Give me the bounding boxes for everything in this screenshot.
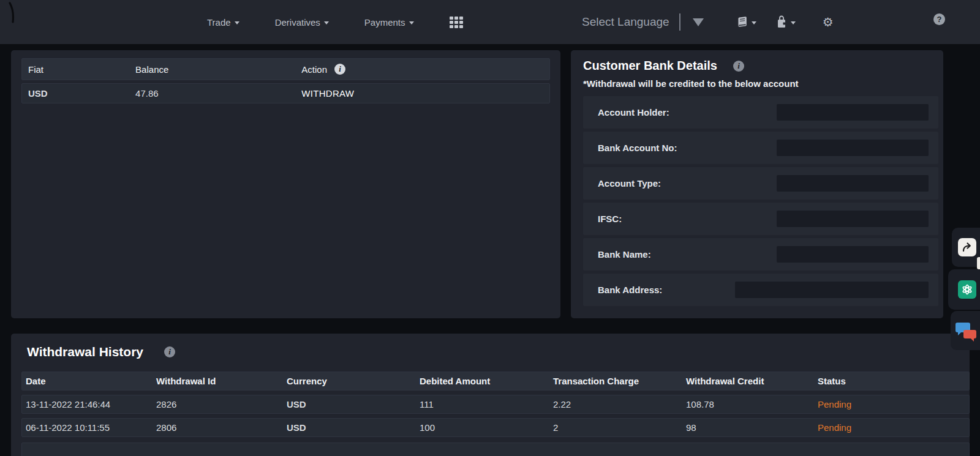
bank-field-value-box — [777, 175, 929, 192]
bank-field-account-type: Account Type: — [583, 167, 938, 200]
bank-field-ifsc: IFSC: — [583, 203, 938, 235]
gear-icon[interactable]: ⚙ — [823, 16, 834, 28]
bank-details-fields: Account Holder: Bank Account No: Account… — [583, 96, 938, 306]
nav-payments-label: Payments — [364, 17, 405, 28]
chat-extension-tab[interactable] — [951, 311, 980, 350]
topbar-right-group: Select Language ⚙ — [582, 0, 834, 44]
cell-date: 13-11-2022 21:46:44 — [22, 399, 156, 409]
bank-details-info-icon[interactable] — [733, 61, 744, 72]
bank-field-label: Bank Account No: — [598, 143, 677, 153]
edge-sliver-tab[interactable] — [977, 257, 980, 269]
withdrawal-history-title: Withdrawal History — [27, 345, 143, 359]
book-icon — [736, 15, 749, 29]
main-nav: Trade Derivatives Payments — [207, 0, 463, 44]
fiat-table-header: Fiat Balance Action — [21, 58, 550, 80]
nav-derivatives-label: Derivatives — [275, 17, 320, 28]
wallet-lock-icon — [775, 15, 788, 29]
withdraw-button[interactable]: WITHDRAW — [301, 88, 354, 99]
logo-mark — [7, 2, 21, 26]
fiat-header-action: Action — [301, 64, 327, 75]
share-icon — [958, 238, 976, 256]
bank-field-value-box — [777, 140, 929, 156]
bank-field-value-box — [777, 211, 929, 227]
caret-down-icon — [324, 21, 329, 24]
cell-currency: USD — [287, 422, 420, 433]
bank-field-bank-address: Bank Address: — [583, 274, 938, 306]
col-debited-amount: Debited Amount — [420, 376, 553, 386]
help-icon[interactable] — [933, 13, 945, 25]
bank-field-label: Account Type: — [598, 178, 661, 189]
col-currency: Currency — [287, 376, 420, 386]
fiat-header-fiat: Fiat — [22, 64, 135, 75]
top-navigation-bar: Trade Derivatives Payments Select Langua… — [0, 0, 980, 44]
bank-field-label: Bank Address: — [598, 285, 662, 295]
bank-field-value-box — [777, 104, 929, 121]
bank-details-subtitle: *Withdrawal will be credited to the belo… — [583, 78, 938, 89]
col-withdrawal-credit: Withdrawal Credit — [686, 376, 818, 386]
col-date: Date — [22, 376, 156, 386]
cell-currency: USD — [287, 399, 420, 409]
fiat-balance-value: 47.86 — [135, 88, 301, 99]
nav-item-derivatives[interactable]: Derivatives — [275, 17, 329, 28]
withdrawal-row: 06-11-2022 10:11:55 2806 USD 100 2 98 Pe… — [21, 418, 970, 437]
apps-grid-icon[interactable] — [450, 17, 463, 28]
wallet-security-menu[interactable] — [775, 15, 796, 29]
col-withdrawal-id: Withdrawal Id — [156, 376, 287, 386]
cell-withdrawal-id: 2806 — [156, 422, 287, 433]
nav-trade-label: Trade — [207, 17, 231, 28]
bank-details-title: Customer Bank Details — [583, 59, 717, 73]
chatgpt-icon — [958, 280, 976, 299]
cell-withdrawal-id: 2826 — [156, 399, 287, 409]
cell-transaction-charge: 2 — [553, 422, 686, 433]
bank-field-value-box — [735, 282, 929, 298]
language-selector[interactable]: Select Language — [582, 15, 669, 29]
orders-book-menu[interactable] — [736, 15, 756, 29]
col-transaction-charge: Transaction Charge — [553, 376, 686, 386]
fiat-balance-panel: Fiat Balance Action USD 47.86 WITHDRAW — [11, 50, 560, 318]
fiat-header-balance: Balance — [135, 64, 301, 75]
cell-withdrawal-credit: 108.78 — [686, 399, 818, 409]
fiat-table-row: USD 47.86 WITHDRAW — [21, 83, 550, 103]
nav-item-trade[interactable]: Trade — [207, 17, 239, 28]
bank-field-value-box — [777, 246, 929, 263]
customer-bank-details-panel: Customer Bank Details *Withdrawal will b… — [571, 50, 943, 318]
withdrawal-history-info-icon[interactable] — [164, 346, 175, 357]
cell-debited-amount: 100 — [420, 422, 553, 433]
fiat-currency: USD — [22, 88, 135, 99]
caret-down-icon — [752, 21, 756, 24]
caret-down-icon — [235, 21, 239, 24]
bank-field-bank-name: Bank Name: — [583, 238, 938, 271]
withdrawal-history-table: Date Withdrawal Id Currency Debited Amou… — [21, 372, 970, 456]
withdrawal-history-panel: Withdrawal History Date Withdrawal Id Cu… — [11, 334, 970, 456]
withdrawal-table-header: Date Withdrawal Id Currency Debited Amou… — [21, 372, 970, 391]
chatgpt-extension-tab[interactable] — [948, 269, 980, 310]
nav-item-payments[interactable]: Payments — [364, 17, 414, 28]
cell-withdrawal-credit: 98 — [686, 422, 818, 433]
withdrawal-row-partial — [21, 443, 970, 456]
cell-transaction-charge: 2.22 — [553, 399, 686, 409]
bank-field-account-holder: Account Holder: — [583, 96, 938, 129]
chat-bubbles-icon — [956, 321, 976, 340]
divider — [679, 13, 680, 31]
col-status: Status — [818, 376, 969, 386]
cell-date: 06-11-2022 10:11:55 — [22, 422, 156, 433]
status-badge: Pending — [818, 399, 969, 409]
share-extension-tab[interactable] — [952, 228, 980, 267]
withdrawal-row: 13-11-2022 21:46:44 2826 USD 111 2.22 10… — [21, 395, 970, 414]
caret-down-icon — [409, 21, 414, 24]
fiat-table: Fiat Balance Action USD 47.86 WITHDRAW — [21, 58, 550, 103]
caret-down-icon — [791, 21, 796, 24]
bank-field-label: IFSC: — [598, 214, 622, 224]
action-info-icon[interactable] — [334, 64, 345, 75]
cell-debited-amount: 111 — [420, 399, 553, 409]
bank-field-label: Bank Name: — [598, 249, 651, 260]
status-badge: Pending — [818, 422, 969, 433]
language-dropdown-triangle-icon[interactable] — [693, 18, 704, 26]
bank-field-bank-account-no: Bank Account No: — [583, 132, 938, 164]
bank-field-label: Account Holder: — [598, 107, 669, 118]
